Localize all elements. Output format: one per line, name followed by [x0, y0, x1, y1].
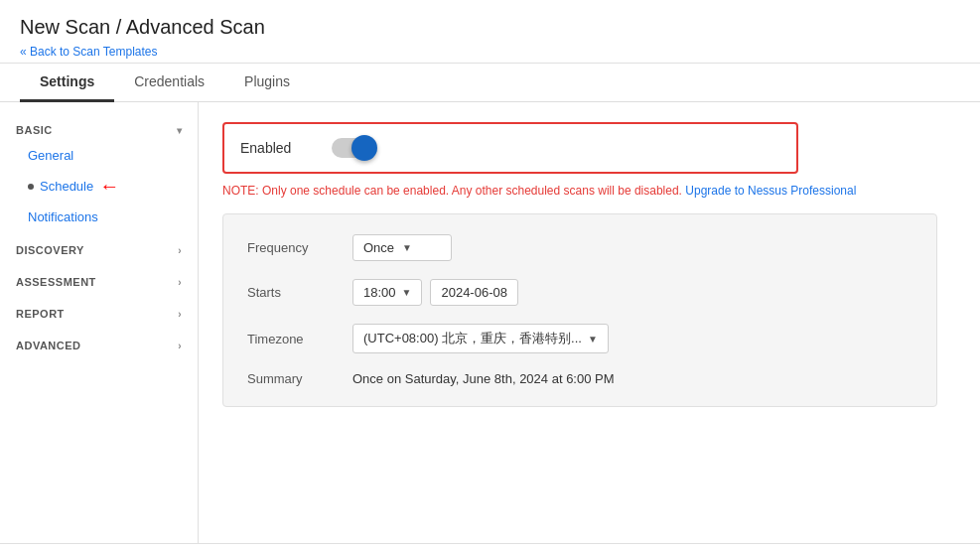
time-dropdown-icon: ▼: [402, 287, 412, 298]
frequency-control: Once ▼: [352, 234, 452, 261]
note-content: NOTE: Only one schedule can be enabled. …: [222, 184, 682, 198]
starts-date-value: 2024-06-08: [441, 285, 507, 300]
schedule-dot: [28, 184, 34, 190]
timezone-select[interactable]: (UTC+08:00) 北京，重庆，香港特别... ▼: [352, 324, 609, 353]
chevron-right-icon-discovery: ›: [178, 245, 182, 256]
frequency-select[interactable]: Once ▼: [352, 234, 452, 261]
sidebar-section-basic: BASIC ▾ General Schedule ← Notifications: [0, 118, 198, 230]
sidebar-section-label-basic: BASIC: [16, 124, 53, 136]
sidebar-section-report: REPORT ›: [0, 302, 198, 326]
tab-credentials[interactable]: Credentials: [114, 64, 224, 102]
timezone-dropdown-icon: ▼: [588, 334, 598, 344]
tab-plugins[interactable]: Plugins: [224, 64, 310, 102]
enabled-toggle[interactable]: [332, 136, 375, 160]
sidebar: BASIC ▾ General Schedule ← Notifications…: [0, 102, 199, 543]
enabled-label: Enabled: [240, 140, 320, 156]
frequency-value: Once: [363, 240, 394, 255]
chevron-down-icon: ▾: [177, 125, 183, 136]
enabled-box: Enabled: [222, 122, 798, 174]
sidebar-section-label-discovery: DISCOVERY: [16, 244, 84, 256]
starts-row: Starts 18:00 ▼ 2024-06-08: [247, 279, 912, 306]
sidebar-section-assessment: ASSESSMENT ›: [0, 270, 198, 294]
page-title: New Scan / Advanced Scan: [20, 16, 960, 39]
starts-time-value: 18:00: [363, 285, 396, 300]
arrow-icon: ←: [99, 175, 119, 198]
chevron-right-icon-report: ›: [178, 309, 182, 320]
starts-control: 18:00 ▼ 2024-06-08: [352, 279, 518, 306]
starts-time-select[interactable]: 18:00 ▼: [352, 279, 422, 306]
frequency-row: Frequency Once ▼: [247, 234, 912, 261]
sidebar-section-header-assessment[interactable]: ASSESSMENT ›: [0, 270, 198, 294]
sidebar-section-header-report[interactable]: REPORT ›: [0, 302, 198, 326]
tabs-bar: Settings Credentials Plugins: [0, 64, 980, 102]
sidebar-section-header-discovery[interactable]: DISCOVERY ›: [0, 238, 198, 262]
sidebar-item-schedule[interactable]: Schedule ←: [0, 169, 198, 204]
chevron-right-icon-advanced: ›: [178, 341, 182, 351]
note-text: NOTE: Only one schedule can be enabled. …: [222, 184, 937, 198]
tab-settings[interactable]: Settings: [20, 64, 114, 102]
frequency-dropdown-icon: ▼: [402, 242, 412, 253]
timezone-control: (UTC+08:00) 北京，重庆，香港特别... ▼: [352, 324, 609, 353]
sidebar-section-header-advanced[interactable]: ADVANCED ›: [0, 334, 198, 357]
page-header: New Scan / Advanced Scan « Back to Scan …: [0, 0, 980, 64]
frequency-label: Frequency: [247, 240, 337, 255]
bottom-bar: Save Cancel: [0, 543, 980, 550]
upgrade-link[interactable]: Upgrade to Nessus Professional: [685, 184, 856, 198]
sidebar-section-label-advanced: ADVANCED: [16, 340, 81, 351]
summary-label: Summary: [247, 371, 337, 386]
chevron-right-icon-assessment: ›: [178, 277, 182, 288]
sidebar-item-label-schedule: Schedule: [40, 179, 93, 194]
sidebar-item-label-notifications: Notifications: [28, 209, 98, 224]
starts-label: Starts: [247, 285, 337, 300]
sidebar-item-general[interactable]: General: [0, 142, 198, 169]
sidebar-section-label-report: REPORT: [16, 308, 65, 320]
main-layout: BASIC ▾ General Schedule ← Notifications…: [0, 102, 980, 543]
sidebar-item-notifications[interactable]: Notifications: [0, 204, 198, 230]
summary-value: Once on Saturday, June 8th, 2024 at 6:00…: [352, 371, 615, 386]
sidebar-item-label-general: General: [28, 148, 73, 163]
timezone-value: (UTC+08:00) 北京，重庆，香港特别...: [363, 330, 582, 347]
sidebar-section-advanced: ADVANCED ›: [0, 334, 198, 357]
sidebar-section-label-assessment: ASSESSMENT: [16, 276, 96, 288]
sidebar-section-header-basic[interactable]: BASIC ▾: [0, 118, 198, 142]
back-link[interactable]: « Back to Scan Templates: [20, 45, 158, 59]
timezone-label: Timezone: [247, 332, 337, 346]
sidebar-section-discovery: DISCOVERY ›: [0, 238, 198, 262]
toggle-thumb: [351, 135, 377, 161]
content-area: Enabled NOTE: Only one schedule can be e…: [199, 102, 980, 543]
starts-date-field[interactable]: 2024-06-08: [430, 279, 518, 306]
summary-row: Summary Once on Saturday, June 8th, 2024…: [247, 371, 912, 386]
timezone-row: Timezone (UTC+08:00) 北京，重庆，香港特别... ▼: [247, 324, 912, 353]
form-panel: Frequency Once ▼ Starts 18:00 ▼: [222, 213, 937, 407]
